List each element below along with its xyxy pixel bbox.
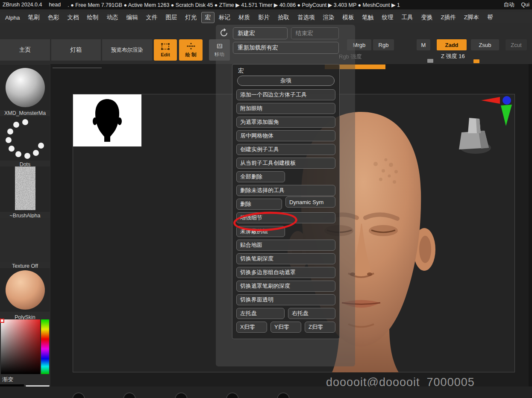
- current-brush-label: XMD_MonsterMa: [0, 110, 50, 116]
- menu-material[interactable]: 材质: [235, 12, 254, 23]
- macro-item-center-mesh[interactable]: 居中网格物体: [236, 130, 335, 141]
- right-tray-divider[interactable]: [529, 64, 532, 398]
- macro-item-toggle-polygroup-automask[interactable]: 切换多边形组自动遮罩: [236, 267, 335, 278]
- divider: [53, 67, 102, 68]
- menu-movie[interactable]: 影片: [254, 12, 273, 23]
- lightbox-button[interactable]: 灯箱: [51, 39, 101, 61]
- macro-item-toggle-ui-transparency[interactable]: 切换界面透明: [236, 294, 335, 305]
- alpha-preview[interactable]: [73, 94, 141, 146]
- tray-thumbnail[interactable]: [175, 392, 188, 398]
- misc-button[interactable]: 杂项: [237, 76, 335, 86]
- current-brush-thumbnail[interactable]: [0, 65, 50, 110]
- auto-button[interactable]: 自动: [504, 1, 514, 9]
- rgb-button[interactable]: Rgb: [373, 39, 394, 50]
- reload-icon[interactable]: [219, 28, 229, 38]
- title-bar: ZBrush 2024.0.4 head . ● Free Mem 7.791G…: [0, 0, 532, 9]
- x-zero-button[interactable]: X归零: [236, 322, 267, 333]
- home-button[interactable]: 主页: [0, 39, 50, 61]
- m-button[interactable]: M: [417, 39, 430, 50]
- color-picker-square[interactable]: [1, 319, 40, 374]
- menu-render[interactable]: 渲染: [319, 12, 338, 23]
- menu-zplugin[interactable]: Z插件: [437, 12, 460, 23]
- macro-item-delete-all[interactable]: 全部删除: [236, 171, 285, 182]
- menu-color[interactable]: 色彩: [44, 12, 63, 23]
- quicksave-button[interactable]: Qui: [521, 2, 529, 8]
- menu-edit[interactable]: 编辑: [123, 12, 142, 23]
- hue-strip[interactable]: [41, 319, 49, 374]
- brush-sphere-icon: [6, 68, 45, 107]
- menu-help[interactable]: 帮: [483, 12, 497, 23]
- menu-transform[interactable]: 变换: [417, 12, 437, 23]
- menu-dynamic[interactable]: 动态: [103, 12, 122, 23]
- macro-item-template-from-subtool[interactable]: 从当前子工具创建模板: [236, 158, 335, 169]
- macro-item-toggle-mask-brush-depth[interactable]: 切换遮罩笔刷的深度: [236, 281, 335, 292]
- macro-item-append-eyes[interactable]: 附加眼睛: [236, 103, 335, 114]
- current-material-thumbnail[interactable]: [0, 268, 50, 312]
- y-zero-button[interactable]: Y归零: [270, 322, 301, 333]
- edit-button[interactable]: Edit: [154, 39, 177, 61]
- macro-menu-overlay: 新建宏 结束宏 重新加载所有宏 宏 杂项 添加一个四边立方体子工具 附加眼睛 为…: [216, 25, 355, 366]
- menu-picker[interactable]: 拾取: [274, 12, 293, 23]
- z-zero-button[interactable]: Z归零: [305, 322, 335, 333]
- menu-document[interactable]: 文档: [64, 12, 83, 23]
- current-texture-thumbnail[interactable]: [0, 218, 50, 262]
- selected-color-marker: [0, 319, 4, 323]
- delete-button[interactable]: 删除: [236, 199, 282, 210]
- menu-template[interactable]: 模板: [339, 12, 358, 23]
- tray-thumbnail[interactable]: [123, 392, 136, 398]
- preview-boolean-button[interactable]: 预览布尔渲染: [102, 39, 152, 61]
- edit-label: Edit: [161, 52, 170, 57]
- z-intensity-label: Z 强度 16: [441, 53, 465, 60]
- dots-stroke-icon: [4, 116, 47, 161]
- app-title: ZBrush 2024.0.4: [3, 2, 42, 8]
- memory-stats: . ● Free Mem 7.791GB ● Active Mem 1263 ●…: [68, 2, 400, 8]
- gradient-label: 渐变: [2, 376, 13, 383]
- menu-texture[interactable]: 纹理: [378, 12, 397, 23]
- macro-item-mask-fillet[interactable]: 为遮罩添加圆角: [236, 117, 335, 128]
- zsub-button[interactable]: Zsub: [471, 39, 499, 50]
- current-alpha-thumbnail[interactable]: [0, 167, 50, 212]
- x-axis-icon: [481, 97, 500, 104]
- material-sphere-icon: [6, 270, 45, 310]
- dynamic-sym-button[interactable]: Dynamic Sym: [285, 196, 335, 208]
- menu-preferences[interactable]: 首选项: [294, 12, 319, 23]
- menu-alpha[interactable]: Alpha: [1, 13, 24, 23]
- tray-thumbnail[interactable]: [277, 392, 290, 398]
- macro-item-set-ground[interactable]: 贴合地面: [236, 240, 335, 251]
- end-macro-button[interactable]: 结束宏: [291, 27, 339, 39]
- tray-thumbnail[interactable]: [226, 392, 239, 398]
- zcut-button[interactable]: Zcut: [506, 39, 527, 50]
- right-tray-button[interactable]: 右托盘: [288, 308, 335, 319]
- macro-item-create-instance[interactable]: 创建实例子工具: [236, 144, 335, 155]
- macro-item-add-cube[interactable]: 添加一个四边立方体子工具: [236, 89, 335, 100]
- current-stroke-thumbnail[interactable]: [0, 116, 50, 161]
- zadd-button[interactable]: Zadd: [437, 39, 467, 50]
- macro-panel-title: 宏: [236, 67, 335, 76]
- macro-item-toggle-brush-depth[interactable]: 切换笔刷深度: [236, 253, 335, 264]
- rgb-intensity-slider-handle[interactable]: [427, 59, 433, 63]
- left-tray: XMD_MonsterMa Dots: [0, 64, 50, 398]
- draw-dots-icon: [186, 42, 196, 51]
- menu-file[interactable]: 文件: [142, 12, 162, 23]
- macro-panel: 宏 杂项 添加一个四边立方体子工具 附加眼睛 为遮罩添加圆角 居中网格物体 创建…: [232, 64, 340, 339]
- tray-thumbnail[interactable]: [72, 392, 85, 398]
- menu-tool[interactable]: 工具: [398, 12, 417, 23]
- menu-brush[interactable]: 笔刷: [24, 12, 44, 23]
- menu-stroke[interactable]: 笔触: [359, 12, 378, 23]
- macro-item-delete-unselected[interactable]: 删除未选择的工具: [236, 185, 335, 196]
- head-silhouette-icon: [90, 97, 124, 143]
- left-tray-button[interactable]: 左托盘: [236, 308, 285, 319]
- menu-draw[interactable]: 绘制: [83, 12, 103, 23]
- z-axis-icon: [503, 96, 511, 105]
- menu-layer[interactable]: 图层: [162, 12, 181, 23]
- draw-label: 绘 制: [185, 52, 196, 58]
- menu-macro[interactable]: 宏: [201, 12, 215, 23]
- menu-marker[interactable]: 标记: [215, 12, 234, 23]
- draw-button[interactable]: 绘 制: [179, 39, 203, 61]
- menu-bar: Alpha 笔刷 色彩 文档 绘制 动态 编辑 文件 图层 灯光 宏 标记 材质…: [0, 12, 532, 23]
- menu-zscript[interactable]: Z脚本: [460, 12, 483, 23]
- reload-all-macros-button[interactable]: 重新加载所有宏: [233, 42, 339, 54]
- new-macro-button[interactable]: 新建宏: [233, 27, 288, 39]
- z-intensity-slider-handle[interactable]: [473, 59, 479, 63]
- menu-light[interactable]: 灯光: [182, 12, 201, 23]
